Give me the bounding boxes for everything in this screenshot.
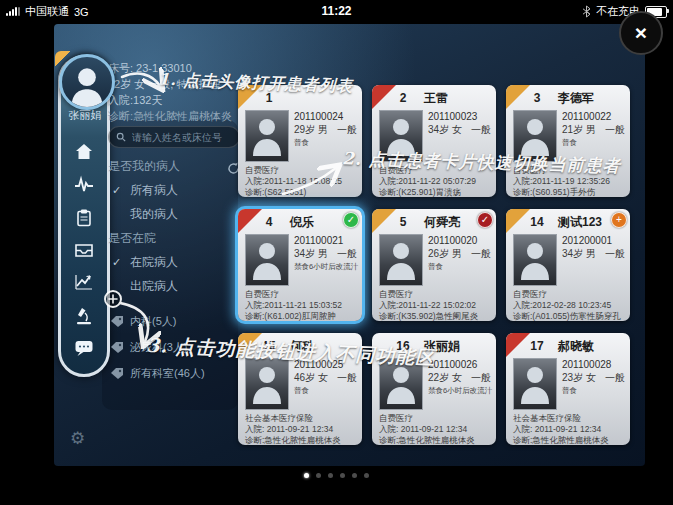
patient-card[interactable]: 2 王雷 201100023 34岁 女 一般 自费医疗 入院:2011-11-…	[372, 85, 496, 197]
patient-id: 201100022	[562, 110, 625, 123]
tag-icon	[110, 367, 124, 379]
patient-diagnosis: 诊断:(S60.951)手外伤	[513, 187, 626, 197]
patient-grade: 一般	[471, 247, 491, 261]
patient-name: 李德军	[558, 90, 594, 107]
filter-group-in-hospital: 是否在院	[108, 226, 240, 250]
bluetooth-icon	[582, 5, 591, 18]
patient-age-sex: 34岁 男	[294, 247, 328, 261]
patient-age-sex: 34岁 男	[562, 247, 596, 261]
patient-card[interactable]: 3 李德军 201100022 21岁 男 一般 普食 自费医疗 入院:2011…	[506, 85, 630, 197]
close-tutorial-button[interactable]: ×	[619, 11, 663, 55]
patient-diet: 普食	[294, 137, 357, 148]
patient-grade: 一般	[337, 371, 357, 385]
tag-icon	[110, 341, 124, 353]
page-dot[interactable]	[340, 473, 345, 478]
patient-name: 测试123	[558, 214, 602, 231]
patient-number: 5	[390, 215, 416, 229]
patient-id: 201100024	[294, 110, 357, 123]
patient-id: 201100021	[294, 234, 357, 247]
patient-diet: 普食	[294, 385, 357, 396]
patient-age-sex: 34岁 女	[428, 123, 462, 137]
person-silhouette-icon	[251, 364, 283, 404]
patient-diagnosis: 诊断:急性化脓性扁桃体炎	[245, 435, 358, 445]
filter-option-in-hospital[interactable]: ✓ 在院病人	[108, 250, 240, 274]
patient-admit-date: 入院:2011-11-19 12:35:26	[513, 176, 626, 187]
trend-chart-icon[interactable]	[74, 272, 94, 292]
filter-option-all-patients[interactable]: ✓ 所有病人	[108, 178, 240, 202]
patient-card[interactable]: 1 201100024 29岁 男 一般 普食 自费医疗 入院:2011-11-…	[238, 85, 362, 197]
patient-insurance: 社会基本医疗保险	[513, 413, 626, 424]
patient-diagnosis: 诊断:(A01.055)伤寒性肠穿孔	[513, 311, 626, 321]
patient-diagnosis: 诊断:(K61.002)肛周脓肿	[245, 311, 358, 321]
patient-diet: 禁食6小时后改流汁	[428, 385, 491, 396]
vitals-wave-icon[interactable]	[74, 175, 94, 195]
page-dot[interactable]	[364, 473, 369, 478]
search-icon	[116, 132, 126, 142]
patient-id: 201100023	[428, 110, 491, 123]
tag-icon	[110, 315, 124, 327]
patient-id: 201100028	[562, 358, 625, 371]
patient-card[interactable]: ✓ 4 倪乐 201100021 34岁 男 一般 禁食6小时后改流汁 自费医疗…	[238, 209, 362, 321]
patient-id: 201100020	[428, 234, 491, 247]
home-icon[interactable]	[74, 142, 94, 162]
page-dot[interactable]	[328, 473, 333, 478]
patient-grade: 一般	[605, 123, 625, 137]
patient-admit-date: 入院: 2011-09-21 12:34	[379, 424, 492, 435]
page-dots	[0, 473, 673, 478]
clock: 11:22	[0, 4, 673, 18]
filter-option-discharged[interactable]: 出院病人	[108, 274, 240, 298]
page-dot[interactable]	[316, 473, 321, 478]
patient-grade: 一般	[337, 123, 357, 137]
patient-card[interactable]: 17 郝晓敏 201100028 23岁 女 一般 普食 社会基本医疗保险 入院…	[506, 333, 630, 445]
person-silhouette-icon	[385, 240, 417, 280]
patient-admit-date: 入院:2011-11-22 15:02:02	[379, 300, 492, 311]
patient-photo	[379, 234, 423, 286]
person-silhouette-icon	[251, 116, 283, 156]
page-dot[interactable]	[304, 473, 309, 478]
patient-grade: 一般	[337, 247, 357, 261]
patient-name: 何舜亮	[424, 214, 460, 231]
patient-diet: 普食	[562, 137, 625, 148]
patient-age-sex: 46岁 女	[294, 371, 328, 385]
patient-admit-date: 入院: 2011-09-21 12:34	[513, 424, 626, 435]
patient-photo	[245, 234, 289, 286]
patient-admit-date: 入院:2011-11-18 15:08:25	[245, 176, 358, 187]
patient-id: 201200001	[562, 234, 625, 247]
patient-age-sex: 22岁 女	[428, 371, 462, 385]
patient-diet: 禁食6小时后改流汁	[294, 261, 357, 272]
patient-card-grid: 1 201100024 29岁 男 一般 普食 自费医疗 入院:2011-11-…	[238, 85, 630, 445]
search-box[interactable]	[108, 126, 240, 148]
patient-name: 王雷	[424, 90, 448, 107]
patient-diet: 普食	[562, 385, 625, 396]
patient-age-sex: 29岁 男	[294, 123, 328, 137]
dept-tag-1[interactable]: 内科(5人)	[108, 308, 240, 334]
clipboard-icon[interactable]	[74, 208, 94, 228]
patient-diagnosis: 诊断:(K35.902)急性阑尾炎	[379, 311, 492, 321]
search-input[interactable]	[130, 131, 232, 144]
microscope-icon[interactable]	[74, 306, 94, 326]
patient-card[interactable]: + 14 测试123 201200001 34岁 男 一般 自费医疗 入院:20…	[506, 209, 630, 321]
page-dot[interactable]	[352, 473, 357, 478]
patient-diagnosis: 诊断:急性化脓性扁桃体炎	[513, 435, 626, 445]
chat-icon[interactable]	[74, 338, 94, 358]
patient-insurance: 自费医疗	[245, 289, 358, 300]
patient-diagnosis: 诊断:(S62.5051)	[245, 187, 358, 197]
inbox-icon[interactable]	[74, 240, 94, 260]
patient-insurance: 自费医疗	[379, 289, 492, 300]
patient-diet: 普食	[428, 261, 491, 272]
patient-number: 4	[256, 215, 282, 229]
current-patient-name: 张丽娟	[54, 108, 116, 123]
patient-age-sex: 26岁 男	[428, 247, 462, 261]
patient-name: 郝晓敏	[558, 338, 594, 355]
patient-grade: 一般	[605, 371, 625, 385]
filter-option-my-patients[interactable]: 我的病人	[108, 202, 240, 226]
patient-card[interactable]: ✓ 5 何舜亮 201100020 26岁 男 一般 普食 自费医疗 入院:20…	[372, 209, 496, 321]
settings-gear-icon[interactable]: ⚙	[70, 428, 85, 449]
dept-tag-3[interactable]: 所有科室(46人)	[108, 360, 240, 386]
check-icon: ✓	[112, 250, 121, 274]
patient-grade: 一般	[471, 123, 491, 137]
patient-insurance: 自费医疗	[513, 289, 626, 300]
patient-admit-date: 入院:2011-11-22 05:07:29	[379, 176, 492, 187]
check-icon: ✓	[112, 178, 121, 202]
patient-number: 3	[524, 91, 550, 105]
